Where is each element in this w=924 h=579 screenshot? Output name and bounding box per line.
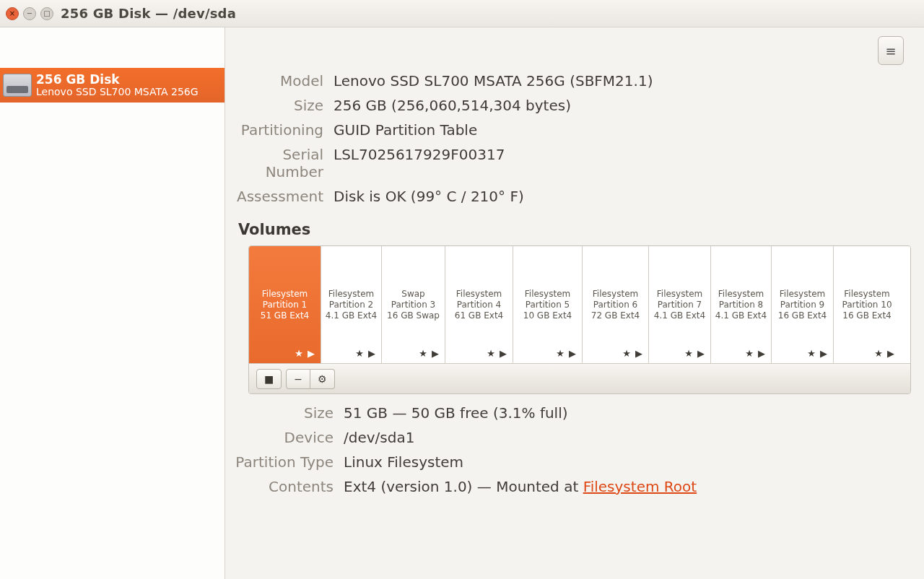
gear-icon: ⚙	[318, 373, 327, 385]
label-assessment: Assessment	[225, 188, 334, 205]
volume-partition-4[interactable]: FilesystemPartition 461 GB Ext4★▶	[445, 246, 513, 363]
delete-partition-button[interactable]: −	[286, 369, 310, 389]
volume-name: Filesystem	[657, 289, 702, 300]
volume-info: 51 GB Ext4	[261, 310, 309, 321]
drive-icon	[3, 74, 32, 97]
mount-point-link[interactable]: Filesystem Root	[583, 478, 697, 495]
contents-prefix: Ext4 (version 1.0) — Mounted at	[344, 478, 583, 495]
window-maximize-button[interactable]: □	[40, 7, 53, 20]
volume-name: Swap	[401, 289, 424, 300]
volume-info: 10 GB Ext4	[523, 310, 572, 321]
volume-name: Filesystem	[593, 289, 638, 300]
volume-info: 16 GB Ext4	[778, 310, 827, 321]
volume-name: Filesystem	[456, 289, 502, 300]
play-icon[interactable]: ▶	[368, 348, 375, 359]
disk-details: ModelLenovo SSD SL700 MSATA 256G (SBFM21…	[225, 27, 911, 205]
partition-settings-button[interactable]: ⚙	[310, 369, 335, 389]
volume-partition-label: Partition 2	[329, 300, 373, 310]
volume-info: 72 GB Ext4	[591, 310, 640, 321]
volume-info: 16 GB Swap	[387, 310, 440, 321]
label-vol-device: Device	[225, 429, 344, 446]
volume-action-icons: ★▶	[745, 348, 765, 359]
play-icon[interactable]: ▶	[697, 348, 705, 359]
star-icon[interactable]: ★	[622, 348, 631, 359]
star-icon[interactable]: ★	[487, 348, 495, 359]
value-vol-ptype: Linux Filesystem	[344, 453, 463, 471]
volume-partition-2[interactable]: FilesystemPartition 24.1 GB Ext4★▶	[321, 246, 382, 363]
play-icon[interactable]: ▶	[887, 348, 894, 359]
play-icon[interactable]: ▶	[308, 348, 315, 359]
volume-partition-10[interactable]: FilesystemPartition 1016 GB Ext4★▶	[834, 246, 900, 363]
volume-info: 4.1 GB Ext4	[326, 310, 377, 321]
volume-info: 4.1 GB Ext4	[654, 310, 705, 321]
value-vol-size: 51 GB — 50 GB free (3.1% full)	[344, 404, 568, 422]
volume-partition-3[interactable]: SwapPartition 316 GB Swap★▶	[382, 246, 445, 363]
volume-partition-5[interactable]: FilesystemPartition 510 GB Ext4★▶	[513, 246, 583, 363]
value-assessment: Disk is OK (99° C / 210° F)	[334, 188, 524, 205]
volumes-panel: FilesystemPartition 151 GB Ext4★▶Filesys…	[248, 245, 911, 394]
volume-partition-label: Partition 1	[263, 300, 307, 310]
volume-action-icons: ★▶	[295, 348, 315, 359]
volume-name: Filesystem	[780, 289, 825, 300]
hamburger-menu-button[interactable]: ≡	[878, 36, 904, 65]
window-minimize-button[interactable]: −	[23, 7, 36, 20]
sidebar: 256 GB Disk Lenovo SSD SL700 MSATA 256G	[0, 27, 225, 579]
volume-partition-label: Partition 10	[842, 300, 892, 310]
value-partitioning: GUID Partition Table	[334, 121, 477, 139]
play-icon[interactable]: ▶	[432, 348, 439, 359]
volume-action-icons: ★▶	[622, 348, 642, 359]
volume-partition-label: Partition 3	[391, 300, 435, 310]
stop-icon: ■	[264, 373, 274, 385]
volume-action-icons: ★▶	[487, 348, 507, 359]
volume-name: Filesystem	[262, 289, 308, 300]
play-icon[interactable]: ▶	[820, 348, 827, 359]
main-pane: ≡ ModelLenovo SSD SL700 MSATA 256G (SBFM…	[225, 27, 924, 579]
star-icon[interactable]: ★	[419, 348, 427, 359]
volume-name: Filesystem	[844, 289, 889, 300]
window-title: 256 GB Disk — /dev/sda	[61, 6, 236, 21]
volume-partition-7[interactable]: FilesystemPartition 74.1 GB Ext4★▶	[649, 246, 711, 363]
volume-action-icons: ★▶	[807, 348, 827, 359]
volumes-heading: Volumes	[238, 221, 911, 238]
sidebar-disk-item[interactable]: 256 GB Disk Lenovo SSD SL700 MSATA 256G	[0, 68, 225, 103]
label-vol-ptype: Partition Type	[225, 453, 344, 471]
sidebar-disk-labels: 256 GB Disk Lenovo SSD SL700 MSATA 256G	[36, 73, 199, 97]
star-icon[interactable]: ★	[355, 348, 364, 359]
play-icon[interactable]: ▶	[635, 348, 642, 359]
volume-partition-label: Partition 9	[780, 300, 824, 310]
volume-name: Filesystem	[328, 289, 374, 300]
label-partitioning: Partitioning	[225, 121, 334, 139]
minus-icon: −	[294, 373, 302, 385]
unmount-button[interactable]: ■	[256, 369, 282, 389]
star-icon[interactable]: ★	[295, 348, 303, 359]
volume-info: 16 GB Ext4	[842, 310, 891, 321]
play-icon[interactable]: ▶	[758, 348, 765, 359]
label-model: Model	[225, 72, 334, 90]
star-icon[interactable]: ★	[684, 348, 693, 359]
volume-partition-label: Partition 8	[719, 300, 763, 310]
window-close-button[interactable]: ×	[6, 7, 19, 20]
play-icon[interactable]: ▶	[500, 348, 507, 359]
window-buttons: × − □	[6, 7, 53, 20]
volume-info: 61 GB Ext4	[455, 310, 503, 321]
menu-icon: ≡	[885, 43, 896, 58]
volumes-grid: FilesystemPartition 151 GB Ext4★▶Filesys…	[249, 246, 910, 363]
volume-partition-label: Partition 6	[593, 300, 637, 310]
play-icon[interactable]: ▶	[569, 348, 576, 359]
volumes-toolbar: ■ − ⚙	[249, 363, 910, 393]
star-icon[interactable]: ★	[807, 348, 816, 359]
value-model: Lenovo SSD SL700 MSATA 256G (SBFM21.1)	[334, 72, 653, 90]
volume-partition-6[interactable]: FilesystemPartition 672 GB Ext4★▶	[583, 246, 649, 363]
volume-partition-9[interactable]: FilesystemPartition 916 GB Ext4★▶	[772, 246, 834, 363]
value-serial: LSL7025617929F00317	[334, 146, 505, 163]
label-serial: Serial Number	[225, 146, 334, 180]
label-size: Size	[225, 97, 334, 114]
volume-partition-8[interactable]: FilesystemPartition 84.1 GB Ext4★▶	[711, 246, 772, 363]
star-icon[interactable]: ★	[874, 348, 883, 359]
star-icon[interactable]: ★	[745, 348, 754, 359]
value-vol-contents: Ext4 (version 1.0) — Mounted at Filesyst…	[344, 478, 697, 495]
star-icon[interactable]: ★	[556, 348, 565, 359]
volume-partition-1[interactable]: FilesystemPartition 151 GB Ext4★▶	[249, 246, 321, 363]
volume-action-icons: ★▶	[874, 348, 894, 359]
value-vol-device: /dev/sda1	[344, 429, 414, 446]
